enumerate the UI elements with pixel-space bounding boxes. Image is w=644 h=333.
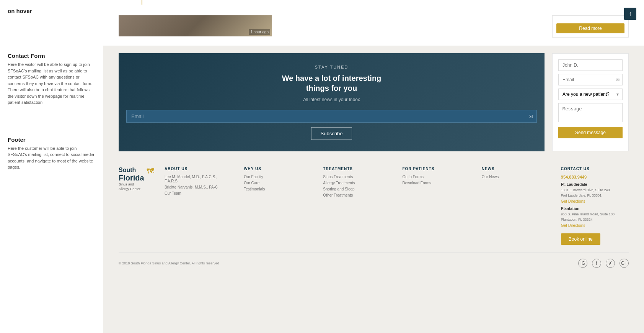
footer-top: South Florida Sinus and Allergy Center 🗺… — [119, 167, 629, 253]
patients-link-forms[interactable]: Go to Forms — [403, 175, 470, 179]
about-link-pa[interactable]: Brigitte Narvanis, M.M.S., PA-C — [165, 185, 232, 189]
footer-treatments: TREATMENTS Sinus Treatments Allergy Trea… — [323, 167, 391, 245]
newsletter-email-input[interactable] — [126, 110, 537, 123]
subscribe-button[interactable]: Subscribe — [311, 127, 352, 140]
stay-tuned-label: STAY TUNED — [126, 65, 537, 69]
newsletter-contact-section: STAY TUNED We have a lot of interesting … — [103, 46, 644, 159]
why-us-title: WHY US — [244, 167, 311, 171]
footer-news: NEWS Our News — [482, 167, 549, 245]
footer-why-us: WHY US Our Facility Our Care Testimonial… — [244, 167, 311, 245]
footer-contact-us: CONTACT US 954.883.9449 Ft. Lauderdale 1… — [561, 167, 629, 245]
email-input-wrap: ✉ — [126, 110, 537, 123]
on-hover-annotation: on hover — [8, 8, 95, 14]
instagram-icon[interactable]: IG — [578, 259, 587, 268]
why-link-testimonials[interactable]: Testimonials — [244, 187, 311, 191]
contact-name-input[interactable] — [558, 59, 623, 71]
logo-south: South — [119, 167, 144, 174]
social-icons: IG f ✗ G+ — [578, 259, 629, 268]
footer-about-us: ABOUT US Lee M. Mandel, M.D., F.A.C.S., … — [165, 167, 232, 245]
contact-phone[interactable]: 954.883.9449 — [561, 175, 629, 179]
footer-title: Footer — [8, 136, 95, 143]
why-link-care[interactable]: Our Care — [244, 181, 311, 185]
footer-logo: South Florida Sinus and Allergy Center 🗺 — [119, 167, 153, 245]
newsletter-card: STAY TUNED We have a lot of interesting … — [119, 53, 545, 151]
twitter-icon[interactable]: ✗ — [606, 259, 615, 268]
newsletter-subtitle: All latest news in your Inbox — [126, 97, 537, 102]
read-more-right-button[interactable]: Read more — [556, 23, 624, 33]
sidebar: on hover Contact Form Here the visitor w… — [0, 0, 103, 333]
ft-lauderdale-title: Ft. Lauderdale — [561, 182, 629, 187]
footer-bottom: © 2018 South Florida Sinus and Allergy C… — [119, 253, 629, 268]
message-textarea[interactable] — [558, 103, 623, 122]
news-link-our-news[interactable]: Our News — [482, 175, 549, 179]
logo-florida: Florida — [119, 174, 144, 182]
treatment-link-allergy[interactable]: Allergy Treatments — [323, 181, 391, 185]
treatments-title: TREATMENTS — [323, 167, 391, 171]
article-card-right: Read more — [552, 15, 629, 38]
contact-email-input[interactable] — [558, 74, 623, 85]
news-title: NEWS — [482, 167, 549, 171]
ft-lauderdale-directions[interactable]: Get Directions — [561, 199, 629, 203]
main-content: ↑ → Read more 👆 1 hour ago Read m — [103, 0, 644, 333]
contact-form-card: ✉ Are you a new patient? Yes No ▼ Send m… — [552, 53, 629, 151]
about-link-doctor[interactable]: Lee M. Mandel, M.D., F.A.C.S., F.A.R.S. — [165, 175, 232, 183]
book-online-button[interactable]: Book online — [561, 233, 600, 245]
patients-link-download[interactable]: Download Forms — [403, 181, 470, 185]
googleplus-icon[interactable]: G+ — [620, 259, 629, 268]
contact-us-title: CONTACT US — [561, 167, 629, 171]
send-message-button[interactable]: Send message — [558, 127, 623, 138]
treatment-link-sinus[interactable]: Sinus Treatments — [323, 175, 391, 179]
treatment-link-other[interactable]: Other Treatments — [323, 193, 391, 197]
plantation-directions[interactable]: Get Directions — [561, 223, 629, 228]
article-card-left: → Read more 👆 1 hour ago — [119, 4, 545, 38]
about-us-title: ABOUT US — [165, 167, 232, 171]
time-label: 1 hour ago — [249, 29, 270, 35]
footer-section: South Florida Sinus and Allergy Center 🗺… — [103, 159, 644, 276]
copyright: © 2018 South Florida Sinus and Allergy C… — [119, 261, 219, 265]
why-link-facility[interactable]: Our Facility — [244, 175, 311, 179]
contact-form-desc: Here the visitor will be able to sign up… — [8, 61, 95, 106]
about-link-team[interactable]: Our Team — [165, 191, 232, 195]
email-icon: ✉ — [528, 113, 533, 120]
footer-annotation: Footer Here the customer will be able to… — [8, 136, 95, 171]
footer-desc: Here the customer will be able to join S… — [8, 145, 95, 171]
logo-subtitle: Sinus and Allergy Center — [119, 182, 144, 191]
back-to-top-button[interactable]: ↑ — [624, 8, 636, 20]
plantation-title: Plantation — [561, 207, 629, 211]
treatment-link-snoring[interactable]: Snoring and Sleep — [323, 187, 391, 191]
footer-for-patients: FOR PATIENTS Go to Forms Download Forms — [403, 167, 470, 245]
newsletter-title: We have a lot of interesting things for … — [126, 73, 537, 93]
contact-form-title: Contact Form — [8, 52, 95, 59]
contact-form-annotation: Contact Form Here the visitor will be ab… — [8, 52, 95, 106]
news-section: → Read more 👆 1 hour ago Read more — [103, 0, 644, 46]
plantation-address: 950 S. Pine Island Road, Suite 180,Plant… — [561, 212, 629, 222]
for-patients-title: FOR PATIENTS — [403, 167, 470, 171]
patient-select-wrap: Are you a new patient? Yes No ▼ — [558, 89, 623, 100]
facebook-icon[interactable]: f — [592, 259, 601, 268]
logo-icon: 🗺 — [147, 167, 154, 176]
email-field-icon: ✉ — [616, 77, 620, 82]
ft-lauderdale-address: 1301 E Broward Blvd, Suite 240Fort Laude… — [561, 188, 629, 198]
patient-select[interactable]: Are you a new patient? Yes No — [558, 89, 623, 100]
on-hover-label: on hover — [8, 8, 95, 14]
